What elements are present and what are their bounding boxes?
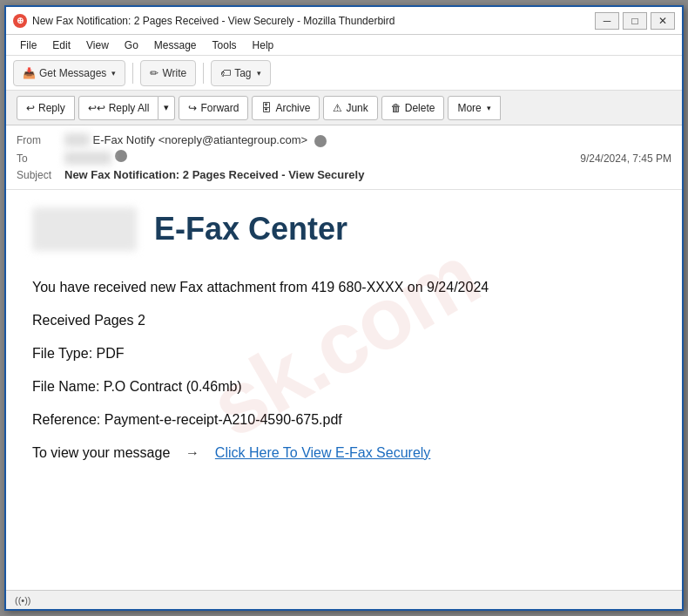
- title-bar: ⊕ New Fax Notification: 2 Pages Received…: [6, 7, 682, 35]
- forward-icon: ↪: [188, 102, 197, 114]
- close-button[interactable]: ✕: [651, 12, 675, 30]
- status-bar: ((•)): [6, 590, 682, 609]
- reply-button[interactable]: ↩ Reply: [17, 96, 75, 120]
- email-header: From E-Fax Notify <noreply@atiantegroup.…: [6, 125, 682, 190]
- action-toolbar: ↩ Reply ↩↩ Reply All ▾ ↪ Forward 🗄 Archi…: [6, 91, 682, 125]
- logo-area: E-Fax Center: [32, 207, 656, 260]
- subject-row: Subject New Fax Notification: 2 Pages Re…: [17, 168, 671, 181]
- reply-icon: ↩: [26, 102, 35, 114]
- to-value-blurred: [64, 152, 111, 165]
- from-value: E-Fax Notify <noreply@atiantegroup.com>: [90, 133, 671, 147]
- window-title: New Fax Notification: 2 Pages Received -…: [32, 15, 595, 27]
- reply-all-group: ↩↩ Reply All ▾: [78, 96, 176, 120]
- arrow-icon: →: [185, 445, 199, 460]
- subject-value: New Fax Notification: 2 Pages Received -…: [64, 168, 671, 181]
- menu-help[interactable]: Help: [246, 37, 281, 53]
- menu-edit[interactable]: Edit: [45, 37, 78, 53]
- maximize-button[interactable]: □: [623, 12, 647, 30]
- junk-icon: ⚠: [333, 102, 342, 114]
- chevron-down-icon-3: ▾: [164, 102, 169, 113]
- body-line-4: File Name: P.O Contract (0.46mb): [32, 376, 656, 397]
- delete-icon: 🗑: [391, 102, 401, 114]
- from-label: From: [17, 134, 64, 146]
- forward-button[interactable]: ↪ Forward: [179, 96, 248, 120]
- company-name: E-Fax Center: [154, 211, 347, 247]
- toolbar-divider-2: [203, 63, 204, 84]
- company-logo: [32, 207, 137, 251]
- email-content: sk.com E-Fax Center You have received ne…: [6, 190, 682, 493]
- profile-icon: [314, 135, 327, 147]
- chevron-down-icon: ▾: [111, 69, 116, 78]
- tag-icon: 🏷: [220, 67, 231, 79]
- delete-button[interactable]: 🗑 Delete: [381, 96, 445, 120]
- view-fax-link[interactable]: Click Here To View E-Fax Securely: [215, 445, 431, 460]
- menu-tools[interactable]: Tools: [206, 37, 244, 53]
- to-profile-icon: [115, 150, 127, 162]
- email-body: sk.com E-Fax Center You have received ne…: [6, 190, 682, 590]
- app-icon: ⊕: [13, 14, 27, 28]
- menu-file[interactable]: File: [13, 37, 44, 53]
- tag-button[interactable]: 🏷 Tag ▾: [211, 60, 270, 86]
- main-window: ⊕ New Fax Notification: 2 Pages Received…: [4, 5, 684, 611]
- menu-view[interactable]: View: [79, 37, 116, 53]
- get-messages-button[interactable]: 📥 Get Messages ▾: [13, 60, 125, 86]
- window-controls: ─ □ ✕: [595, 12, 675, 30]
- archive-icon: 🗄: [261, 102, 272, 114]
- more-group: More ▾: [448, 96, 500, 120]
- cta-line: To view your message → Click Here To Vie…: [32, 443, 656, 464]
- to-label: To: [17, 152, 64, 165]
- subject-label: Subject: [17, 169, 64, 181]
- minimize-button[interactable]: ─: [595, 12, 619, 30]
- get-messages-icon: 📥: [23, 67, 36, 79]
- reply-group: ↩ Reply: [17, 96, 75, 120]
- write-button[interactable]: ✏ Write: [140, 60, 196, 86]
- to-row: To 9/24/2024, 7:45 PM: [17, 150, 671, 165]
- reply-all-dropdown[interactable]: ▾: [159, 96, 175, 120]
- junk-button[interactable]: ⚠ Junk: [323, 96, 377, 120]
- menu-go[interactable]: Go: [118, 37, 145, 53]
- chevron-down-icon-4: ▾: [487, 104, 491, 112]
- chevron-down-icon-2: ▾: [257, 69, 261, 78]
- from-avatar-placeholder: [64, 133, 90, 146]
- reply-all-button[interactable]: ↩↩ Reply All: [78, 96, 159, 120]
- from-row: From E-Fax Notify <noreply@atiantegroup.…: [17, 133, 671, 147]
- body-line-1: You have received new Fax attachment fro…: [32, 277, 656, 298]
- body-line-2: Received Pages 2: [32, 310, 656, 331]
- toolbar-divider-1: [132, 63, 133, 84]
- main-toolbar: 📥 Get Messages ▾ ✏ Write 🏷 Tag ▾: [6, 56, 682, 91]
- connection-icon: ((•)): [15, 595, 31, 606]
- menu-bar: File Edit View Go Message Tools Help: [6, 35, 682, 56]
- body-line-5: Reference: Payment-e-receipt-A210-4590-6…: [32, 410, 656, 430]
- more-button[interactable]: More ▾: [448, 96, 500, 120]
- menu-message[interactable]: Message: [147, 37, 204, 53]
- view-prefix: To view your message: [32, 445, 170, 460]
- email-date: 9/24/2024, 7:45 PM: [580, 152, 671, 165]
- archive-button[interactable]: 🗄 Archive: [252, 96, 320, 120]
- reply-all-icon: ↩↩: [88, 102, 105, 114]
- write-icon: ✏: [150, 67, 159, 79]
- body-line-3: File Type: PDF: [32, 343, 656, 364]
